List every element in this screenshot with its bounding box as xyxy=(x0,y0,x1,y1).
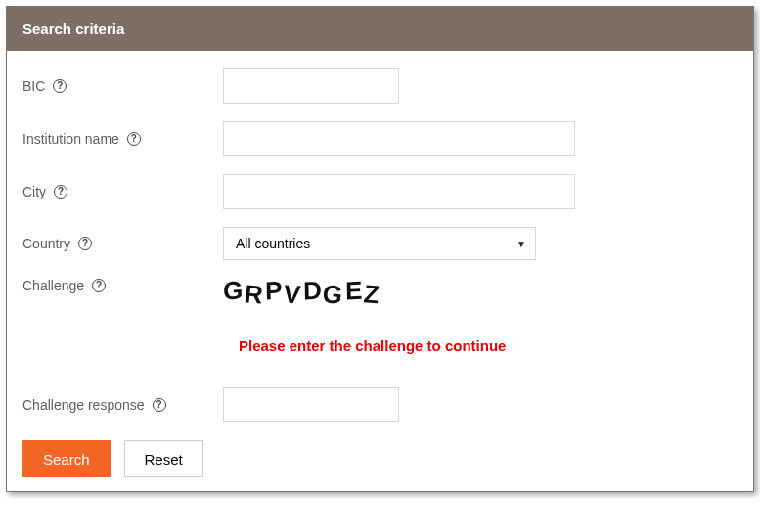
button-row: Search Reset xyxy=(22,440,738,477)
challenge-response-input[interactable] xyxy=(223,387,399,422)
label-challenge: Challenge xyxy=(22,278,84,293)
label-country: Country xyxy=(22,236,70,251)
help-icon[interactable]: ? xyxy=(92,279,106,292)
help-icon[interactable]: ? xyxy=(78,237,92,250)
help-icon[interactable]: ? xyxy=(127,132,141,146)
help-icon[interactable]: ? xyxy=(53,79,67,93)
field-challenge-response xyxy=(223,387,738,422)
panel-header: Search criteria xyxy=(7,7,753,51)
panel-title: Search criteria xyxy=(22,21,124,37)
label-city: City xyxy=(22,184,46,200)
label-city-wrap: City ? xyxy=(22,184,223,200)
row-institution: Institution name ? xyxy=(22,121,738,156)
field-bic xyxy=(223,68,738,104)
row-city: City ? xyxy=(22,174,738,209)
reset-button[interactable]: Reset xyxy=(124,440,203,477)
label-country-wrap: Country ? xyxy=(22,236,223,251)
bic-input[interactable] xyxy=(223,68,399,104)
label-institution-wrap: Institution name ? xyxy=(22,131,223,147)
label-bic-wrap: BIC ? xyxy=(22,78,223,94)
institution-input[interactable] xyxy=(223,121,575,156)
help-icon[interactable]: ? xyxy=(54,185,67,199)
country-select[interactable]: All countries xyxy=(223,227,536,260)
search-criteria-panel: Search criteria BIC ? Institution name ?… xyxy=(6,6,754,492)
label-challenge-wrap: Challenge ? xyxy=(22,278,223,293)
search-button[interactable]: Search xyxy=(22,440,111,477)
panel-body: BIC ? Institution name ? City ? xyxy=(7,51,753,491)
label-bic: BIC xyxy=(22,78,45,94)
field-city xyxy=(223,174,738,209)
field-institution xyxy=(223,121,738,156)
captcha-image: GRPVDGEZ xyxy=(222,278,738,308)
label-challenge-response: Challenge response xyxy=(22,397,145,413)
city-input[interactable] xyxy=(223,174,575,209)
label-challenge-response-wrap: Challenge response ? xyxy=(22,397,223,413)
row-challenge: Challenge ? GRPVDGEZ xyxy=(22,278,738,308)
field-challenge: GRPVDGEZ xyxy=(223,278,738,308)
row-challenge-response: Challenge response ? xyxy=(22,387,738,422)
help-icon[interactable]: ? xyxy=(153,398,166,412)
label-institution: Institution name xyxy=(22,131,119,147)
challenge-error-message: Please enter the challenge to continue xyxy=(239,337,738,354)
row-bic: BIC ? xyxy=(22,68,738,104)
field-country: All countries ▼ xyxy=(223,227,738,260)
row-country: Country ? All countries ▼ xyxy=(22,227,738,260)
country-select-wrap: All countries ▼ xyxy=(223,227,536,260)
